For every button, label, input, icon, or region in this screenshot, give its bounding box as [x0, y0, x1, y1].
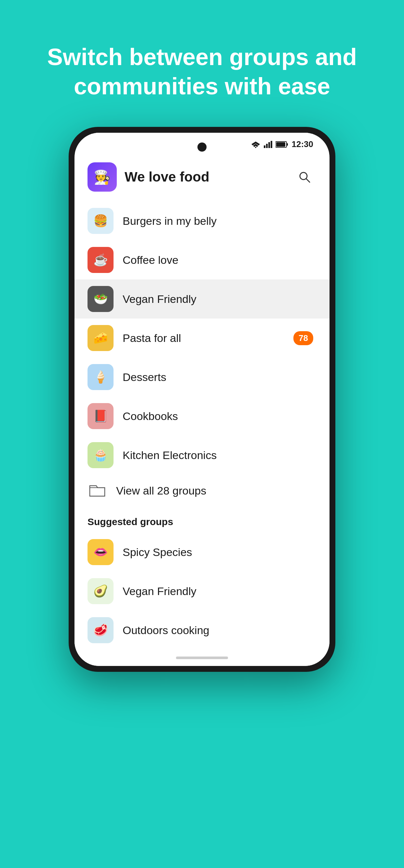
- group-avatar: 🍔: [88, 208, 114, 234]
- suggested-group-name: Outdoors cooking: [123, 624, 313, 637]
- status-icons: 12:30: [251, 139, 314, 149]
- group-avatar: 🧀: [88, 325, 114, 351]
- suggested-section-title: Suggested groups: [88, 516, 173, 527]
- groups-list: 🍔Burgers in my belly☕Coffee love🥗Vegan F…: [74, 202, 330, 475]
- suggested-list: 👄Spicy Species🥑Vegan Friendly🥩Outdoors c…: [74, 533, 330, 650]
- suggested-section-header: Suggested groups: [74, 506, 330, 533]
- suggested-group-item[interactable]: 👄Spicy Species: [74, 533, 330, 571]
- suggested-group-avatar: 🥩: [88, 617, 114, 643]
- main-group-avatar: 🧑‍🍳: [88, 162, 117, 192]
- camera-notch: [197, 143, 207, 152]
- group-name: Desserts: [123, 371, 313, 383]
- phone-shell: 12:30 🧑‍🍳 We love food 🍔Burgers in my be…: [69, 127, 335, 672]
- folder-svg: [89, 483, 106, 498]
- suggested-group-name: Spicy Species: [123, 546, 313, 559]
- signal-icon: [264, 141, 272, 148]
- svg-rect-6: [271, 141, 272, 148]
- suggested-group-item[interactable]: 🥩Outdoors cooking: [74, 611, 330, 650]
- svg-line-11: [306, 179, 310, 182]
- group-name: Coffee love: [123, 254, 313, 267]
- group-list-item[interactable]: ☕Coffee love: [74, 241, 330, 279]
- search-button[interactable]: [296, 168, 313, 186]
- battery-icon: [276, 141, 288, 148]
- suggested-group-item[interactable]: 🥑Vegan Friendly: [74, 571, 330, 611]
- group-list-item[interactable]: 🧁Kitchen Electronics: [74, 436, 330, 475]
- svg-rect-3: [264, 146, 266, 148]
- app-header: 🧑‍🍳 We love food: [74, 153, 330, 202]
- home-bar: [176, 656, 228, 659]
- main-group-title: We love food: [125, 169, 288, 185]
- svg-point-2: [255, 147, 256, 148]
- search-icon: [297, 170, 312, 184]
- home-indicator: [74, 650, 330, 666]
- group-avatar: 🧁: [88, 442, 114, 468]
- group-list-item[interactable]: 🥗Vegan Friendly: [74, 279, 330, 318]
- svg-rect-4: [266, 144, 268, 148]
- group-name: Cookbooks: [123, 410, 313, 423]
- folder-icon: [88, 483, 107, 499]
- group-avatar: 📕: [88, 403, 114, 429]
- group-list-item[interactable]: 📕Cookbooks: [74, 397, 330, 436]
- svg-rect-5: [268, 142, 270, 148]
- group-name: Kitchen Electronics: [123, 449, 313, 462]
- main-group-icon: 🧑‍🍳: [94, 169, 111, 185]
- group-avatar: 🥗: [88, 286, 114, 312]
- group-list-item[interactable]: 🍔Burgers in my belly: [74, 202, 330, 241]
- headline: Switch between groups and communities wi…: [0, 42, 404, 101]
- group-name: Vegan Friendly: [123, 293, 313, 306]
- group-avatar: ☕: [88, 247, 114, 273]
- status-time: 12:30: [292, 139, 314, 149]
- group-name: Pasta for all: [123, 332, 284, 344]
- suggested-group-name: Vegan Friendly: [123, 585, 313, 598]
- view-all-item[interactable]: View all 28 groups: [74, 475, 330, 506]
- suggested-group-avatar: 👄: [88, 539, 114, 565]
- group-avatar: 🍦: [88, 364, 114, 390]
- phone-wrapper: 12:30 🧑‍🍳 We love food 🍔Burgers in my be…: [69, 127, 335, 745]
- wifi-icon: [251, 141, 260, 148]
- svg-rect-9: [276, 142, 285, 147]
- view-all-label: View all 28 groups: [116, 485, 206, 497]
- phone-screen: 12:30 🧑‍🍳 We love food 🍔Burgers in my be…: [74, 133, 330, 666]
- svg-rect-8: [286, 143, 288, 146]
- suggested-group-avatar: 🥑: [88, 578, 114, 604]
- group-badge: 78: [293, 331, 313, 345]
- group-name: Burgers in my belly: [123, 215, 313, 227]
- group-list-item[interactable]: 🧀Pasta for all78: [74, 318, 330, 358]
- status-bar: 12:30: [74, 133, 330, 153]
- group-list-item[interactable]: 🍦Desserts: [74, 358, 330, 397]
